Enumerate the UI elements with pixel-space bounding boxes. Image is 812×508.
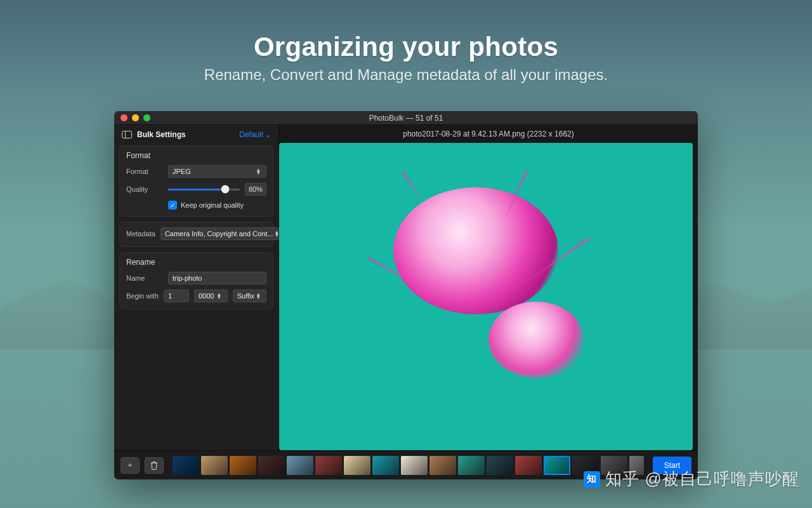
- close-icon[interactable]: [121, 114, 128, 121]
- preset-label: Default: [239, 130, 263, 139]
- zoom-icon[interactable]: [143, 114, 150, 121]
- keep-original-checkbox[interactable]: ✓ Keep original quality: [168, 201, 266, 210]
- sidebar: Bulk Settings Default ⌄ Format Format JP…: [114, 125, 279, 450]
- thumbnail[interactable]: [372, 456, 399, 475]
- thumbnail[interactable]: [201, 456, 228, 475]
- digits-select[interactable]: 0000 ▴▾: [194, 290, 228, 302]
- thumbnail[interactable]: [315, 456, 342, 475]
- digits-value: 0000: [199, 292, 214, 300]
- quality-slider[interactable]: [168, 189, 240, 190]
- thumbnail-strip[interactable]: [173, 456, 644, 475]
- thumbnail[interactable]: [458, 456, 485, 475]
- main-area: photo2017-08-29 at 9.42.13 AM.png (2232 …: [279, 125, 698, 450]
- plus-icon: ＋: [126, 460, 134, 471]
- window-title: PhotoBulk — 51 of 51: [114, 114, 698, 123]
- begin-with-input[interactable]: 1: [164, 290, 189, 302]
- keep-original-label: Keep original quality: [181, 201, 244, 209]
- check-icon: ✓: [168, 201, 177, 210]
- metadata-select[interactable]: Camera Info, Copyright and Cont... ▴▾: [160, 227, 285, 240]
- delete-button[interactable]: [145, 457, 164, 474]
- image-preview[interactable]: [279, 143, 693, 450]
- name-label: Name: [126, 274, 163, 282]
- chevron-down-icon: ⌄: [265, 130, 271, 139]
- add-button[interactable]: ＋: [121, 457, 140, 474]
- preset-dropdown[interactable]: Default ⌄: [239, 130, 271, 139]
- name-input[interactable]: trip-photo: [168, 272, 266, 284]
- titlebar[interactable]: PhotoBulk — 51 of 51: [114, 111, 698, 125]
- thumbnail[interactable]: [429, 456, 456, 475]
- thumbnail[interactable]: [230, 456, 256, 475]
- thumbnail[interactable]: [544, 456, 570, 475]
- thumbnail[interactable]: [515, 456, 542, 475]
- updown-icon: ▴▾: [254, 168, 262, 175]
- rename-card-title: Rename: [126, 258, 266, 267]
- metadata-select-value: Camera Info, Copyright and Cont...: [165, 230, 273, 237]
- position-select[interactable]: Suffix ▴▾: [233, 290, 266, 302]
- metadata-card: Metadata Camera Info, Copyright and Cont…: [119, 222, 273, 247]
- begin-with-label: Begin with: [126, 292, 159, 300]
- svg-rect-0: [122, 131, 132, 138]
- sidebar-toggle-icon[interactable]: [122, 131, 132, 138]
- thumbnail[interactable]: [344, 456, 370, 475]
- format-select-value: JPEG: [173, 168, 191, 175]
- metadata-label: Metadata: [126, 230, 155, 237]
- watermark: 知 知乎 @被自己呼噜声吵醒: [584, 468, 799, 490]
- format-card-title: Format: [126, 151, 266, 160]
- format-label: Format: [126, 168, 163, 175]
- sidebar-heading: Bulk Settings: [137, 130, 186, 139]
- quality-label: Quality: [126, 185, 163, 193]
- thumbnail[interactable]: [487, 456, 513, 475]
- quality-value[interactable]: 80%: [245, 183, 266, 196]
- thumbnail[interactable]: [287, 456, 313, 475]
- position-value: Suffix: [237, 292, 254, 300]
- hero-subtitle: Rename, Convert and Manage metadata of a…: [0, 66, 812, 84]
- thumbnail[interactable]: [173, 456, 199, 475]
- updown-icon: ▴▾: [254, 293, 262, 299]
- thumbnail[interactable]: [401, 456, 428, 475]
- minimize-icon[interactable]: [132, 114, 139, 121]
- format-select[interactable]: JPEG ▴▾: [168, 165, 266, 178]
- app-window: PhotoBulk — 51 of 51 Bulk Settings Defau…: [114, 111, 698, 479]
- updown-icon: ▴▾: [216, 293, 223, 299]
- preview-filename: photo2017-08-29 at 9.42.13 AM.png (2232 …: [279, 125, 698, 143]
- hero-title: Organizing your photos: [0, 32, 812, 62]
- zhihu-icon: 知: [584, 471, 600, 488]
- format-card: Format Format JPEG ▴▾ Quality 80%: [119, 145, 273, 217]
- watermark-text: 知乎 @被自己呼噜声吵醒: [605, 468, 799, 490]
- rename-card: Rename Name trip-photo Begin with 1 0000…: [119, 252, 273, 309]
- thumbnail[interactable]: [258, 456, 285, 475]
- trash-icon: [150, 461, 158, 470]
